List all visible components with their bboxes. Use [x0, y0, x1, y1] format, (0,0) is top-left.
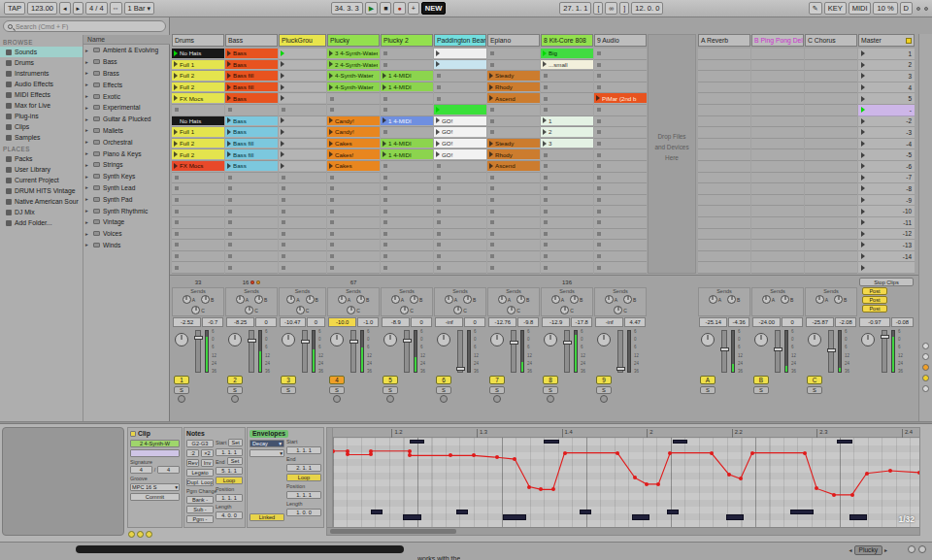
clip-slot[interactable] — [381, 173, 433, 184]
scene-play-icon[interactable] — [861, 163, 865, 169]
clip-play-icon[interactable] — [543, 50, 547, 56]
send-knob-a[interactable]: A — [286, 295, 299, 304]
loop-toggle-button[interactable]: Loop — [216, 477, 243, 484]
clip-play-icon[interactable] — [436, 50, 440, 56]
clip-slot[interactable]: GO! — [434, 139, 486, 150]
sidebar-item-audio-effects[interactable]: Audio Effects — [0, 79, 83, 89]
clip-play-icon[interactable] — [227, 117, 231, 123]
clip[interactable]: Rhody — [487, 149, 540, 159]
scene-slot[interactable]: -12 — [858, 229, 915, 241]
sidebar-item-samples[interactable]: Samples — [0, 132, 83, 143]
clip-slot[interactable] — [434, 93, 486, 105]
pan-knob[interactable] — [282, 333, 295, 346]
expand-triangle-icon[interactable]: ▸ — [85, 82, 90, 87]
clip-slot[interactable]: Ascend — [487, 93, 540, 105]
clip-slot[interactable] — [381, 217, 433, 229]
editor-scrollbar[interactable] — [327, 527, 919, 535]
clip-slot[interactable] — [434, 195, 486, 207]
clip-slot[interactable]: Full 2 — [172, 71, 224, 82]
clip-slot[interactable] — [487, 116, 540, 128]
scene-play-icon[interactable] — [861, 175, 865, 181]
clip-slot[interactable]: No Hats — [172, 49, 224, 60]
clip-play-icon[interactable] — [543, 61, 547, 67]
clip-slot[interactable] — [594, 49, 647, 60]
clip-play-icon[interactable] — [227, 129, 231, 135]
clip[interactable]: Bass — [225, 127, 278, 137]
clip-slot[interactable] — [172, 251, 224, 263]
clip-slot[interactable]: Full 1 — [172, 60, 224, 72]
envelope-breakpoint[interactable] — [645, 482, 649, 486]
clip-stop-button[interactable] — [282, 210, 285, 214]
clip[interactable]: Bass fill — [225, 82, 278, 92]
clip[interactable] — [434, 60, 486, 70]
clip-stop-button[interactable] — [544, 220, 548, 224]
clip-play-icon[interactable] — [436, 141, 440, 147]
clip-slot[interactable] — [172, 262, 224, 274]
clip-play-icon[interactable] — [329, 84, 333, 90]
clip-play-icon[interactable] — [174, 50, 178, 56]
clip-slot[interactable]: Bass — [225, 127, 278, 139]
track-header-8-kit-core-808[interactable]: 8 Kit-Core 808 — [541, 34, 593, 47]
clip-slot[interactable]: Bass — [225, 93, 278, 105]
clip-slot[interactable] — [594, 149, 647, 161]
clip-slot[interactable] — [225, 262, 278, 274]
clip-slot[interactable] — [594, 139, 647, 150]
clip-stop-button[interactable] — [437, 186, 441, 190]
post-toggle[interactable]: Post — [862, 287, 887, 295]
clip-stop-button[interactable] — [437, 198, 441, 202]
clip-stop-button[interactable] — [597, 232, 601, 236]
clip-stop-button[interactable] — [175, 176, 179, 180]
browser-folder-row[interactable]: ▸Vintage — [83, 216, 170, 228]
clip-stop-button[interactable] — [175, 266, 179, 270]
clip-stop-button[interactable] — [437, 210, 441, 214]
clip-stop-button[interactable] — [544, 186, 548, 190]
track-activator[interactable]: 3 — [281, 376, 296, 384]
sub-bank-chooser[interactable]: Sub - — [186, 506, 214, 513]
midi-note[interactable] — [667, 510, 679, 515]
clip-stop-button[interactable] — [383, 130, 387, 134]
send-knob-c[interactable]: C — [245, 306, 258, 314]
expand-triangle-icon[interactable]: ▸ — [85, 48, 90, 53]
scene-play-icon[interactable] — [861, 231, 865, 237]
clip-play-icon[interactable] — [436, 151, 440, 157]
clip-slot[interactable] — [327, 251, 380, 263]
clip-stop-button[interactable] — [597, 74, 601, 78]
clip-slot[interactable] — [541, 105, 593, 116]
clip-slot[interactable] — [487, 183, 540, 195]
clip-slot[interactable] — [541, 149, 593, 161]
horizontal-scroll-thumb[interactable] — [76, 545, 404, 553]
fader-handle[interactable] — [563, 341, 572, 345]
peak-value[interactable]: -17.8 — [571, 317, 592, 327]
env-loop-toggle-button[interactable]: Loop — [286, 474, 321, 481]
midi-note[interactable] — [837, 440, 851, 445]
clip-slot[interactable] — [487, 251, 540, 263]
scene-slot[interactable]: 1 — [858, 49, 915, 60]
scene-play-icon[interactable] — [861, 265, 865, 271]
back-to-arrangement-button[interactable] — [906, 38, 912, 44]
clip-slot[interactable] — [279, 139, 326, 150]
clip-slot[interactable] — [381, 240, 433, 251]
send-knob-icon[interactable] — [709, 295, 717, 304]
scene-play-icon[interactable] — [861, 96, 865, 102]
track-header-plucky[interactable]: Plucky — [327, 34, 380, 47]
track-header-bass[interactable]: Bass — [225, 34, 278, 47]
send-knob-a[interactable]: A — [551, 295, 564, 304]
clip-stop-button[interactable] — [175, 198, 179, 202]
clip-slot[interactable] — [594, 127, 647, 139]
browser-folder-row[interactable]: ▸Bass — [83, 56, 170, 68]
legato-button[interactable]: Legato — [186, 469, 214, 477]
solo-button[interactable]: S — [807, 386, 822, 394]
peak-value[interactable]: 4.47 — [624, 317, 646, 327]
clip-play-icon[interactable] — [383, 117, 386, 123]
clip-slot[interactable]: GO! — [434, 149, 486, 161]
volume-value[interactable]: -24.00 — [752, 317, 781, 327]
clip-slot[interactable]: Rhody — [487, 82, 540, 94]
volume-value[interactable]: -25.14 — [699, 317, 727, 327]
clip-slot[interactable]: Bass — [225, 60, 278, 72]
volume-fader[interactable] — [775, 330, 781, 373]
clip-slot[interactable]: 2 — [541, 127, 593, 139]
scene-play-icon[interactable] — [861, 197, 865, 203]
midi-note[interactable] — [632, 514, 649, 520]
tempo-display[interactable]: 123.00 — [27, 2, 57, 15]
track-header-b-ping-pong-delay[interactable]: B Ping Pong Delay — [751, 34, 804, 47]
